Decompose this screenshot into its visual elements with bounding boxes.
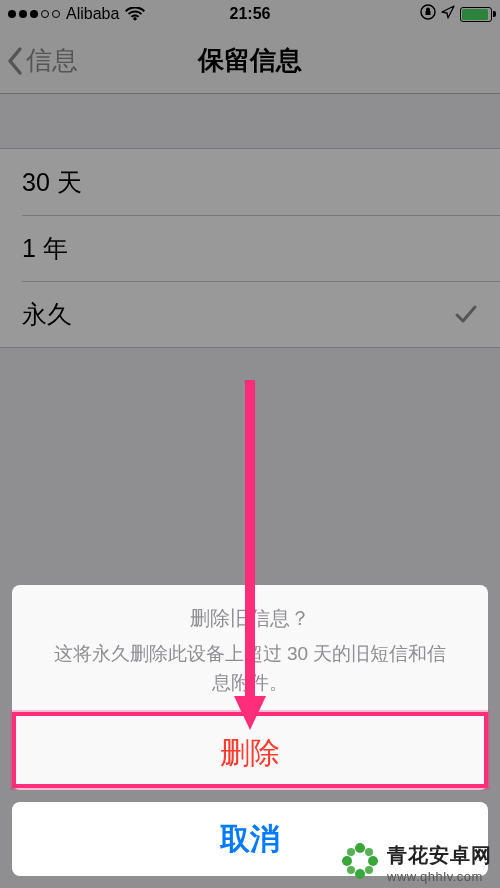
cancel-button[interactable]: 取消 [12, 802, 488, 876]
delete-button[interactable]: 删除 [12, 716, 488, 790]
action-sheet-main: 删除旧信息？ 这将永久删除此设备上超过 30 天的旧短信和信 息附件。 删除 [12, 585, 488, 790]
action-sheet: 删除旧信息？ 这将永久删除此设备上超过 30 天的旧短信和信 息附件。 删除 取… [12, 585, 488, 876]
action-sheet-title: 删除旧信息？ [32, 605, 468, 632]
action-sheet-header: 删除旧信息？ 这将永久删除此设备上超过 30 天的旧短信和信 息附件。 [12, 585, 488, 716]
action-sheet-description: 这将永久删除此设备上超过 30 天的旧短信和信 息附件。 [32, 640, 468, 697]
